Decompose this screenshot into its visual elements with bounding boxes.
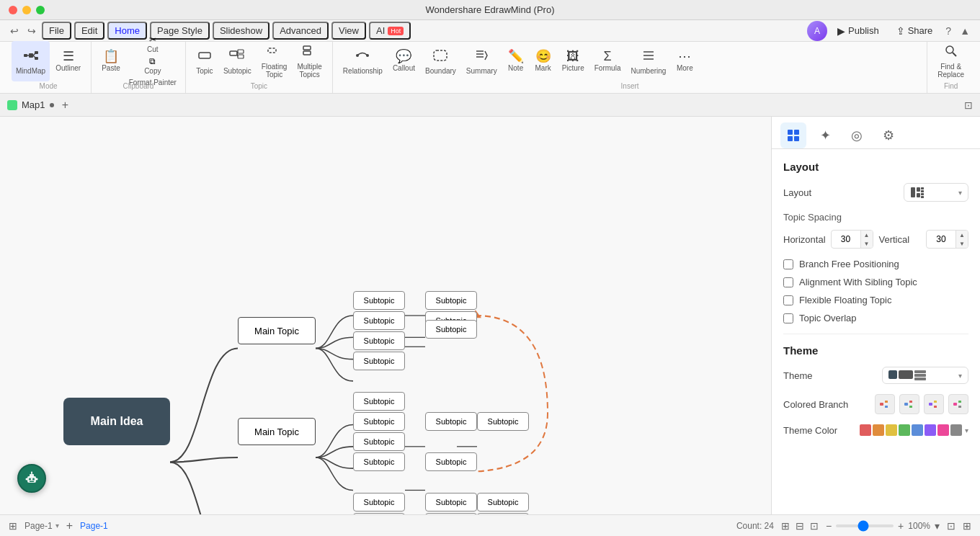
main-idea-node[interactable]: Main Idea (63, 398, 170, 445)
relationship-button[interactable]: Relationship (339, 41, 387, 81)
boundary-button[interactable]: Boundary (421, 41, 460, 81)
redo-button[interactable]: ↪ (24, 24, 39, 38)
mindmap-button[interactable]: MindMap (12, 41, 50, 81)
maximize-button[interactable] (36, 6, 45, 14)
expand-button[interactable]: ⊡ (964, 99, 973, 111)
color-swatch-3[interactable] (886, 424, 897, 436)
sidebar-right-button[interactable]: ⊞ (963, 520, 971, 532)
formula-button[interactable]: Σ Formula (590, 41, 625, 81)
undo-button[interactable]: ↩ (7, 24, 22, 38)
layout-select[interactable]: ▾ (904, 183, 968, 202)
color-swatch-4[interactable] (899, 424, 910, 436)
subtopic-1-4[interactable]: Subtopic (353, 352, 405, 370)
horizontal-down[interactable]: ▼ (861, 239, 873, 248)
fullscreen-button[interactable]: ⊡ (810, 520, 819, 532)
subtopic-3-1[interactable]: Subtopic (353, 493, 405, 512)
panel-tab-style[interactable]: ◎ (844, 122, 870, 148)
copy-button[interactable]: ⧉ Copy (126, 55, 179, 76)
subtopic-3-1-2[interactable]: Subtopic (477, 493, 529, 512)
subtopic-3-2-2[interactable]: Subtopic (477, 513, 529, 514)
main-topic-2[interactable]: Main Topic (238, 418, 316, 445)
subtopic-3-2[interactable]: Subtopic (353, 513, 405, 514)
subtopic-1-1[interactable]: Subtopic (353, 291, 405, 310)
vertical-value[interactable] (927, 232, 956, 246)
find-replace-button[interactable]: Find &Replace (933, 41, 968, 81)
subtopic-1-3[interactable]: Subtopic (353, 331, 405, 350)
subtopic-2-2-2[interactable]: Subtopic (477, 412, 529, 431)
subtopic-1-2[interactable]: Subtopic (353, 311, 405, 330)
flexible-checkbox[interactable] (783, 295, 793, 305)
subtopic-2-2-1[interactable]: Subtopic (425, 412, 477, 431)
cut-button[interactable]: ✂ Cut (126, 34, 179, 54)
more-button[interactable]: ⋯ More (672, 41, 698, 81)
mark-button[interactable]: 😊 Mark (530, 41, 556, 81)
horizontal-input[interactable]: ▲ ▼ (831, 230, 873, 249)
theme-select[interactable]: ▾ (882, 367, 968, 384)
user-avatar[interactable]: A (807, 21, 827, 41)
menu-ai[interactable]: AI Hot (369, 22, 411, 40)
color-swatch-5[interactable] (912, 424, 923, 436)
menu-slideshow[interactable]: Slideshow (213, 22, 270, 40)
subtopic-1-1-1[interactable]: Subtopic (425, 291, 477, 310)
note-button[interactable]: ✏️ Note (503, 41, 529, 81)
expand-view-button[interactable]: ⊡ (947, 520, 956, 532)
collapse-button[interactable]: ▲ (957, 24, 973, 38)
vertical-up[interactable]: ▲ (956, 231, 968, 239)
add-tab-button[interactable]: + (58, 98, 73, 112)
minimize-button[interactable] (22, 6, 31, 14)
actual-size-button[interactable]: ⊟ (796, 520, 804, 532)
panel-tab-settings[interactable]: ⚙ (876, 122, 901, 148)
canvas-area[interactable]: Main Idea Main Topic Main Topic Main Top… (0, 117, 771, 514)
branch-btn-4[interactable] (948, 394, 968, 414)
color-swatch-7[interactable] (937, 424, 949, 436)
branch-btn-3[interactable] (924, 394, 944, 414)
publish-button[interactable]: ▶ Publish (830, 23, 886, 39)
menu-advanced[interactable]: Advanced (272, 22, 329, 40)
subtopic-3-2-1[interactable]: Subtopic (425, 513, 477, 514)
callout-button[interactable]: 💬 Callout (388, 41, 419, 81)
topic-button[interactable]: Topic (192, 41, 218, 81)
zoom-out-button[interactable]: − (826, 520, 832, 532)
zoom-in-button[interactable]: + (898, 520, 904, 532)
subtopic-3-1-1[interactable]: Subtopic (425, 493, 477, 512)
subtopic-2-2[interactable]: Subtopic (353, 412, 405, 431)
menu-edit[interactable]: Edit (74, 22, 104, 40)
vertical-down[interactable]: ▼ (956, 239, 968, 248)
fit-view-button[interactable]: ⊞ (781, 520, 790, 532)
paste-button[interactable]: 📋 Paste (97, 41, 125, 81)
share-button[interactable]: ⇪ Share (889, 23, 940, 39)
color-swatch-6[interactable] (925, 424, 936, 436)
overlap-checkbox[interactable] (783, 313, 793, 323)
alignment-checkbox[interactable] (783, 277, 793, 287)
color-swatch-2[interactable] (873, 424, 884, 436)
branch-btn-1[interactable] (875, 394, 895, 414)
menu-file[interactable]: File (42, 22, 71, 40)
subtopic-button[interactable]: Subtopic (219, 41, 256, 81)
add-page-button[interactable]: + (66, 519, 73, 532)
subtopic-2-4[interactable]: Subtopic (353, 452, 405, 471)
ai-robot-button[interactable] (17, 464, 46, 493)
multiple-topics-button[interactable]: MultipleTopics (293, 41, 326, 81)
subtopic-2-4-1[interactable]: Subtopic (425, 452, 477, 471)
color-swatch-8[interactable] (950, 424, 962, 436)
subtopic-2-1[interactable]: Subtopic (353, 392, 405, 411)
panel-tab-layout[interactable] (780, 122, 806, 148)
zoom-slider[interactable] (836, 524, 894, 527)
page-selector[interactable]: Page-1 ▾ (24, 521, 59, 531)
subtopic-2-3[interactable]: Subtopic (353, 432, 405, 451)
horizontal-up[interactable]: ▲ (861, 231, 873, 239)
numbering-button[interactable]: Numbering (626, 41, 670, 81)
main-topic-1[interactable]: Main Topic (238, 317, 316, 344)
horizontal-value[interactable] (832, 232, 860, 246)
menu-view[interactable]: View (331, 22, 366, 40)
branch-btn-2[interactable] (899, 394, 919, 414)
outliner-button[interactable]: ☰ Outliner (51, 41, 85, 81)
sidebar-toggle-button[interactable]: ⊞ (9, 520, 17, 532)
floating-topic-button[interactable]: FloatingTopic (257, 41, 292, 81)
panel-tab-ai[interactable]: ✦ (812, 122, 838, 148)
vertical-input[interactable]: ▲ ▼ (926, 230, 968, 249)
close-button[interactable] (9, 6, 17, 14)
subtopic-1-2-2[interactable]: Subtopic (425, 320, 477, 339)
color-swatch-1[interactable] (860, 424, 871, 436)
zoom-menu-button[interactable]: ▾ (935, 520, 940, 532)
